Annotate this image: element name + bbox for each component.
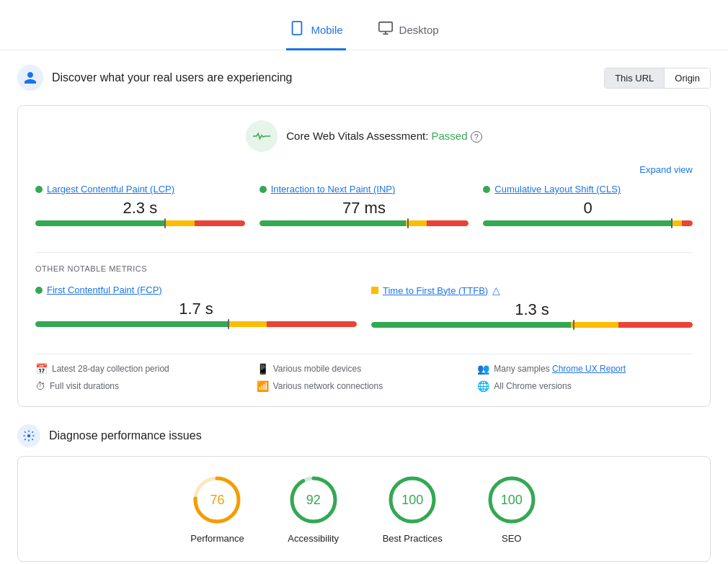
- metric-ttfb: Time to First Byte (TTFB) △ 1.3 s: [371, 285, 693, 339]
- calendar-icon: 📅: [35, 363, 48, 375]
- ttfb-marker: [570, 320, 577, 330]
- cwv-icon: [246, 120, 278, 152]
- seo-value: 100: [501, 493, 523, 508]
- ttfb-link[interactable]: Time to First Byte (TTFB): [383, 285, 488, 296]
- lcp-link[interactable]: Largest Contentful Paint (LCP): [47, 184, 174, 194]
- scores-grid: 76 Performance 92 Accessibility: [35, 474, 693, 544]
- network-icon: 📶: [257, 380, 269, 392]
- best-practices-label: Best Practices: [383, 533, 443, 544]
- header-title: Discover what your real users are experi…: [52, 71, 292, 84]
- origin-button[interactable]: Origin: [664, 68, 710, 88]
- cwv-status: Passed: [431, 130, 467, 142]
- inp-link[interactable]: Interaction to Next Paint (INP): [271, 184, 396, 194]
- lcp-value: 2.3 s: [35, 199, 245, 218]
- timer-icon: ⏱: [35, 380, 45, 392]
- lcp-dot: [35, 186, 43, 193]
- metric-cls-label: Cumulative Layout Shift (CLS): [483, 184, 693, 194]
- diagnose-title: Diagnose performance issues: [49, 429, 202, 442]
- header-left: Discover what your real users are experi…: [17, 65, 292, 91]
- cwv-title: Core Web Vitals Assessment: Passed ?: [286, 130, 481, 143]
- fcp-link[interactable]: First Contentful Paint (FCP): [47, 285, 162, 295]
- score-accessibility: 92 Accessibility: [288, 474, 339, 544]
- svg-rect-0: [293, 22, 302, 35]
- info-network: 📶 Various network connections: [257, 380, 472, 392]
- ttfb-bar: [371, 322, 693, 328]
- cls-bar: [483, 220, 693, 226]
- chrome-ux-link[interactable]: Chrome UX Report: [552, 364, 626, 374]
- cwv-card: Core Web Vitals Assessment: Passed ? Exp…: [17, 105, 711, 407]
- main-metrics-grid: Largest Contentful Paint (LCP) 2.3 s Int…: [35, 184, 693, 238]
- fcp-dot: [35, 287, 43, 294]
- metric-lcp-label: Largest Contentful Paint (LCP): [35, 184, 245, 194]
- scores-card: 76 Performance 92 Accessibility: [17, 456, 711, 562]
- accessibility-circle: 92: [288, 474, 339, 526]
- ttfb-value: 1.3 s: [371, 300, 693, 319]
- help-icon[interactable]: ?: [471, 131, 482, 143]
- metric-lcp: Largest Contentful Paint (LCP) 2.3 s: [35, 184, 245, 238]
- cls-link[interactable]: Cumulative Layout Shift (CLS): [494, 184, 621, 194]
- info-duration: ⏱ Full visit durations: [35, 380, 251, 392]
- metric-fcp-label: First Contentful Paint (FCP): [35, 285, 357, 295]
- fcp-marker: [225, 319, 232, 329]
- info-footer: 📅 Latest 28-day collection period 📱 Vari…: [35, 354, 693, 392]
- seo-label: SEO: [502, 533, 521, 544]
- cls-value: 0: [483, 199, 693, 218]
- info-collection: 📅 Latest 28-day collection period: [35, 363, 251, 375]
- tab-mobile[interactable]: Mobile: [286, 12, 345, 50]
- info-chrome: 🌐 All Chrome versions: [477, 380, 693, 392]
- ttfb-dot: [371, 287, 378, 294]
- fcp-bar: [35, 321, 357, 327]
- tab-mobile-label: Mobile: [311, 24, 342, 36]
- info-samples: 👥 Many samples Chrome UX Report: [477, 363, 693, 375]
- header-row: Discover what your real users are experi…: [0, 50, 728, 99]
- score-best-practices: 100 Best Practices: [383, 474, 443, 544]
- mobile-icon: [289, 20, 305, 40]
- diagnose-icon: [17, 424, 40, 447]
- lcp-marker: [161, 218, 169, 228]
- accessibility-value: 92: [306, 493, 321, 508]
- metric-inp: Interaction to Next Paint (INP) 77 ms: [259, 184, 469, 238]
- fcp-value: 1.7 s: [35, 300, 357, 318]
- url-toggle: This URL Origin: [604, 68, 711, 89]
- metric-fcp: First Contentful Paint (FCP) 1.7 s: [35, 285, 357, 339]
- score-seo: 100 SEO: [486, 474, 538, 544]
- cls-dot: [483, 186, 490, 193]
- seo-circle: 100: [486, 474, 538, 526]
- lcp-bar: [35, 220, 245, 226]
- tab-desktop[interactable]: Desktop: [375, 12, 442, 50]
- svg-rect-2: [378, 22, 391, 32]
- performance-circle: 76: [191, 474, 243, 526]
- metric-inp-label: Interaction to Next Paint (INP): [259, 184, 469, 194]
- avatar: [17, 65, 43, 91]
- tab-bar: Mobile Desktop: [0, 0, 728, 50]
- metric-ttfb-label: Time to First Byte (TTFB) △: [371, 285, 693, 296]
- metric-cls: Cumulative Layout Shift (CLS) 0: [483, 184, 693, 238]
- inp-dot: [259, 186, 267, 193]
- expand-link[interactable]: Expand view: [639, 164, 693, 175]
- diagnose-header: Diagnose performance issues: [0, 418, 728, 456]
- inp-marker: [404, 218, 412, 228]
- desktop-icon: [378, 20, 394, 40]
- experiment-icon[interactable]: △: [492, 285, 500, 296]
- users-icon: 👥: [477, 363, 489, 375]
- score-performance: 76 Performance: [190, 474, 244, 544]
- performance-value: 76: [210, 493, 224, 508]
- best-practices-circle: 100: [386, 474, 438, 526]
- inp-bar: [259, 220, 469, 226]
- expand-view: Expand view: [35, 164, 693, 175]
- svg-point-5: [27, 434, 31, 438]
- accessibility-label: Accessibility: [288, 533, 339, 544]
- tab-desktop-label: Desktop: [399, 24, 439, 36]
- performance-label: Performance: [190, 533, 244, 544]
- other-metrics-grid: First Contentful Paint (FCP) 1.7 s Time …: [35, 285, 693, 339]
- other-metrics-label: OTHER NOTABLE METRICS: [35, 264, 693, 273]
- cls-marker: [668, 218, 675, 228]
- chrome-icon: 🌐: [477, 380, 489, 392]
- info-devices: 📱 Various mobile devices: [257, 363, 472, 375]
- phone-icon: 📱: [257, 363, 269, 375]
- inp-value: 77 ms: [259, 199, 469, 218]
- cwv-header: Core Web Vitals Assessment: Passed ?: [35, 120, 693, 152]
- this-url-button[interactable]: This URL: [605, 68, 664, 88]
- section-divider: [35, 252, 693, 253]
- best-practices-value: 100: [401, 493, 423, 508]
